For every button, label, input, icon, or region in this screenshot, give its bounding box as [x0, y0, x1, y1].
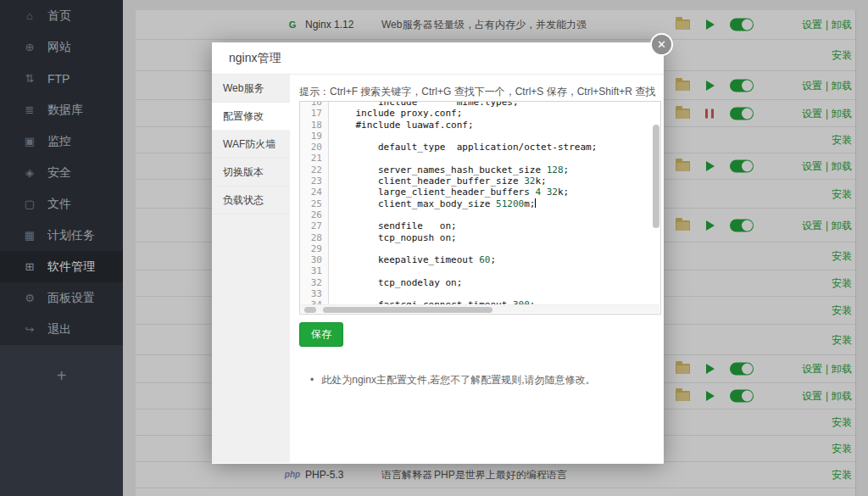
close-icon[interactable]: ✕ — [650, 33, 673, 56]
modal-body: Web服务配置修改WAF防火墙切换版本负载状态 提示：Ctrl+F 搜索关键字，… — [212, 75, 664, 463]
modal-title: nginx管理 — [229, 51, 281, 66]
note-text: 此处为nginx主配置文件,若您不了解配置规则,请勿随意修改。 — [321, 374, 595, 386]
editor-horizontal-scrollbar-pill — [304, 307, 316, 313]
modal-tab-0[interactable]: Web服务 — [212, 75, 290, 103]
note-bullet: • — [310, 374, 314, 386]
nginx-manage-modal: ✕ nginx管理 Web服务配置修改WAF防火墙切换版本负载状态 提示：Ctr… — [212, 42, 664, 464]
modal-tab-1[interactable]: 配置修改 — [212, 103, 290, 131]
modal-tab-list: Web服务配置修改WAF防火墙切换版本负载状态 — [212, 75, 290, 463]
modal-tab-4[interactable]: 负载状态 — [212, 187, 290, 215]
config-warning-note: •此处为nginx主配置文件,若您不了解配置规则,请勿随意修改。 — [299, 373, 661, 387]
config-edit-panel: 提示：Ctrl+F 搜索关键字，Ctrl+G 查找下一个，Ctrl+S 保存，C… — [290, 75, 664, 463]
editor-horizontal-scrollbar[interactable] — [323, 307, 492, 313]
save-button[interactable]: 保存 — [299, 322, 343, 347]
editor-code[interactable]: include mime.types; include proxy.conf; … — [329, 101, 597, 311]
modal-header: nginx管理 — [212, 42, 664, 75]
config-editor[interactable]: 16171819202122232425262728293031323334 i… — [299, 101, 661, 315]
modal-tab-3[interactable]: 切换版本 — [212, 159, 290, 187]
editor-hint-text: 提示：Ctrl+F 搜索关键字，Ctrl+G 查找下一个，Ctrl+S 保存，C… — [299, 85, 661, 98]
editor-horizontal-scrollbar-track — [301, 304, 659, 313]
editor-scroll-area: 16171819202122232425262728293031323334 i… — [300, 101, 652, 311]
editor-vertical-scrollbar[interactable] — [653, 125, 659, 228]
modal-tab-2[interactable]: WAF防火墙 — [212, 131, 290, 159]
bt-panel-app: ⌂首页⊕网站⇅FTP≣数据库▣监控◈安全▢文件▦计划任务⊞软件管理⚙面板设置↪退… — [0, 0, 868, 496]
editor-line-numbers: 16171819202122232425262728293031323334 — [300, 101, 329, 311]
